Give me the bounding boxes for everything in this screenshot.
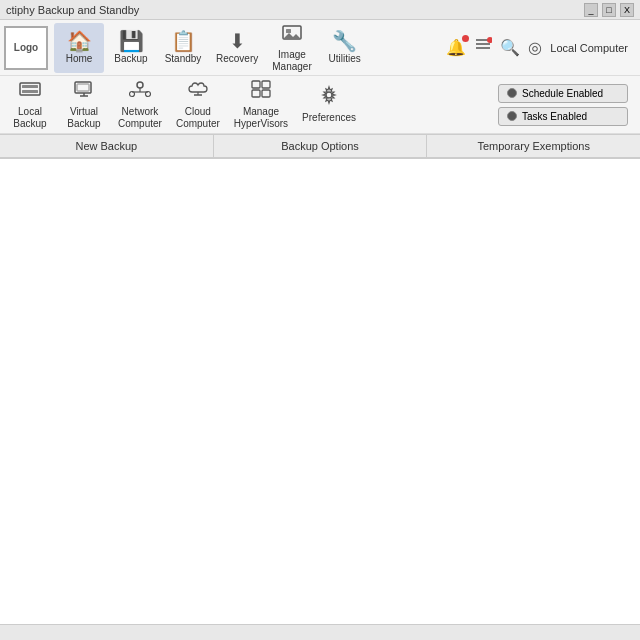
svg-rect-11 — [77, 84, 89, 91]
tab-backup-options-label: Backup Options — [281, 140, 359, 152]
sub-item-network-computer[interactable]: NetworkComputer — [112, 79, 168, 131]
toolbar-right: 🔔 🔍 ◎ Local Computer — [446, 36, 636, 59]
tab-new-backup[interactable]: New Backup — [0, 135, 214, 157]
search-icon[interactable]: 🔍 — [500, 38, 520, 57]
svg-point-6 — [487, 37, 492, 43]
home-label: Home — [66, 53, 93, 65]
toolbar-item-standby[interactable]: 📋 Standby — [158, 23, 208, 73]
svg-rect-24 — [252, 81, 260, 88]
image-manager-label: ImageManager — [272, 49, 311, 73]
svg-rect-9 — [22, 90, 38, 93]
utilities-label: Utilities — [329, 53, 361, 65]
logo-button[interactable]: Logo — [4, 26, 48, 70]
network-computer-icon — [129, 79, 151, 104]
sub-item-virtual-backup[interactable]: VirtualBackup — [58, 79, 110, 131]
schedule-controls: Schedule Enabled Tasks Enabled — [498, 84, 636, 126]
svg-point-14 — [137, 82, 143, 88]
svg-point-28 — [326, 92, 332, 98]
main-toolbar: Logo 🏠 Home 💾 Backup 📋 Standby ⬇ Recover… — [0, 20, 640, 76]
sub-item-preferences[interactable]: Preferences — [296, 79, 362, 131]
svg-marker-2 — [283, 33, 301, 39]
toolbar-item-image-manager[interactable]: ImageManager — [266, 23, 317, 73]
local-computer-text: Local Computer — [550, 42, 628, 54]
section-tabs: New Backup Backup Options Temporary Exem… — [0, 135, 640, 159]
standby-label: Standby — [165, 53, 202, 65]
svg-rect-26 — [252, 90, 260, 97]
schedule-indicator — [507, 88, 517, 98]
virtual-backup-label: VirtualBackup — [67, 106, 100, 130]
network-computer-label: NetworkComputer — [118, 106, 162, 130]
maximize-button[interactable]: □ — [602, 3, 616, 17]
sub-item-local-backup[interactable]: LocalBackup — [4, 79, 56, 131]
window-controls[interactable]: _ □ X — [584, 3, 634, 17]
tasks-enabled-button[interactable]: Tasks Enabled — [498, 107, 628, 126]
recovery-label: Recovery — [216, 53, 258, 65]
schedule-enabled-label: Schedule Enabled — [522, 88, 603, 99]
close-button[interactable]: X — [620, 3, 634, 17]
sub-toolbar: LocalBackup VirtualBackup — [0, 76, 640, 134]
svg-rect-1 — [286, 29, 291, 33]
recovery-icon: ⬇ — [229, 31, 246, 51]
home-icon: 🏠 — [67, 31, 92, 51]
sub-toolbar-items: LocalBackup VirtualBackup — [4, 79, 498, 131]
standby-icon: 📋 — [171, 31, 196, 51]
main-content — [0, 159, 640, 625]
ribbon: Logo 🏠 Home 💾 Backup 📋 Standby ⬇ Recover… — [0, 20, 640, 135]
manage-hypervisors-icon — [250, 79, 272, 104]
list-icon[interactable] — [474, 36, 492, 59]
backup-label: Backup — [114, 53, 147, 65]
svg-rect-25 — [262, 81, 270, 88]
local-computer-display: Local Computer — [550, 42, 628, 54]
cloud-computer-label: CloudComputer — [176, 106, 220, 130]
schedule-enabled-button[interactable]: Schedule Enabled — [498, 84, 628, 103]
tab-new-backup-label: New Backup — [75, 140, 137, 152]
image-manager-icon — [281, 22, 303, 47]
location-icon[interactable]: ◎ — [528, 38, 542, 57]
toolbar-item-home[interactable]: 🏠 Home — [54, 23, 104, 73]
utilities-icon: 🔧 — [332, 31, 357, 51]
local-backup-label: LocalBackup — [13, 106, 46, 130]
virtual-backup-icon — [73, 79, 95, 104]
backup-icon: 💾 — [119, 31, 144, 51]
svg-rect-7 — [20, 83, 40, 95]
title-bar: ctiphy Backup and Standby _ □ X — [0, 0, 640, 20]
cloud-computer-icon — [187, 79, 209, 104]
toolbar-item-recovery[interactable]: ⬇ Recovery — [210, 23, 264, 73]
tasks-enabled-label: Tasks Enabled — [522, 111, 587, 122]
minimize-button[interactable]: _ — [584, 3, 598, 17]
status-bar — [0, 624, 640, 640]
toolbar-item-backup[interactable]: 💾 Backup — [106, 23, 156, 73]
preferences-label: Preferences — [302, 112, 356, 124]
preferences-icon — [318, 85, 340, 110]
tab-temporary-exemptions[interactable]: Temporary Exemptions — [427, 135, 640, 157]
sub-item-cloud-computer[interactable]: CloudComputer — [170, 79, 226, 131]
window-title: ctiphy Backup and Standby — [6, 4, 139, 16]
local-backup-icon — [19, 79, 41, 104]
svg-rect-27 — [262, 90, 270, 97]
tab-temporary-exemptions-label: Temporary Exemptions — [477, 140, 590, 152]
tab-backup-options[interactable]: Backup Options — [214, 135, 428, 157]
manage-hypervisors-label: ManageHyperVisors — [234, 106, 288, 130]
tasks-indicator — [507, 111, 517, 121]
svg-rect-8 — [22, 85, 38, 88]
notification-dot — [462, 35, 469, 42]
sub-item-manage-hypervisors[interactable]: ManageHyperVisors — [228, 79, 294, 131]
bell-icon[interactable]: 🔔 — [446, 38, 466, 57]
toolbar-item-utilities[interactable]: 🔧 Utilities — [320, 23, 370, 73]
